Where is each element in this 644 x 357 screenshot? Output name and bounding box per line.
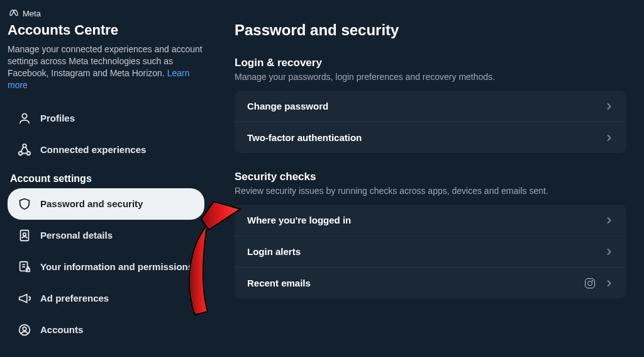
page-title: Password and security xyxy=(235,21,626,39)
chevron-right-icon xyxy=(604,101,614,111)
nav-connected-experiences[interactable]: Connected experiences xyxy=(8,134,204,166)
nav-accounts[interactable]: Accounts xyxy=(8,314,204,346)
row-login-alerts[interactable]: Login alerts xyxy=(235,235,626,267)
chevron-right-icon xyxy=(604,247,614,257)
card-security-checks: Where you're logged in Login alerts Rece… xyxy=(235,205,626,298)
group-subtitle: Manage your passwords, login preferences… xyxy=(235,72,626,82)
row-change-password[interactable]: Change password xyxy=(235,91,626,122)
nav-password-security[interactable]: Password and security xyxy=(8,188,204,220)
nav-profiles[interactable]: Profiles xyxy=(8,103,204,134)
row-label: Recent emails xyxy=(247,278,311,288)
nav-label: Accounts xyxy=(40,324,83,335)
chevron-right-icon xyxy=(604,278,614,288)
svg-point-9 xyxy=(23,327,26,331)
account-circle-icon xyxy=(18,323,31,337)
nav-primary: Profiles Connected experiences xyxy=(8,103,204,166)
group-login-recovery: Login & recovery Manage your passwords, … xyxy=(235,57,626,153)
brand-logo: Meta xyxy=(9,8,204,20)
nav-settings: Password and security Personal details Y… xyxy=(8,188,204,346)
person-icon xyxy=(18,111,31,125)
nav-label: Profiles xyxy=(40,113,75,123)
account-settings-heading: Account settings xyxy=(10,173,204,184)
svg-point-3 xyxy=(27,151,30,155)
nav-info-permissions[interactable]: Your information and permissions xyxy=(8,251,204,283)
row-label: Where you're logged in xyxy=(247,215,351,225)
sidebar: Meta Accounts Centre Manage your connect… xyxy=(0,0,211,357)
svg-point-0 xyxy=(22,113,26,118)
svg-point-2 xyxy=(19,151,22,155)
nav-label: Your information and permissions xyxy=(40,261,193,272)
nav-label: Ad preferences xyxy=(40,293,109,303)
group-title: Login & recovery xyxy=(235,57,626,69)
row-where-logged-in[interactable]: Where you're logged in xyxy=(235,205,626,235)
row-label: Change password xyxy=(247,101,328,111)
meta-icon xyxy=(9,8,19,20)
main-content: Password and security Login & recovery M… xyxy=(211,0,644,357)
brand-name: Meta xyxy=(23,9,41,18)
instagram-icon xyxy=(585,278,595,288)
chevron-right-icon xyxy=(604,133,614,143)
nav-personal-details[interactable]: Personal details xyxy=(8,220,204,251)
group-subtitle: Review security issues by running checks… xyxy=(235,186,626,196)
id-card-icon xyxy=(18,229,31,242)
row-label: Login alerts xyxy=(247,246,301,257)
megaphone-icon xyxy=(18,292,31,305)
nav-label: Password and security xyxy=(40,198,143,209)
nav-label: Personal details xyxy=(40,230,113,241)
nav-label: Connected experiences xyxy=(40,144,146,155)
svg-point-5 xyxy=(23,232,26,235)
shield-icon xyxy=(18,197,31,211)
card-login-recovery: Change password Two-factor authenticatio… xyxy=(235,91,626,153)
row-recent-emails[interactable]: Recent emails xyxy=(235,267,626,298)
svg-rect-7 xyxy=(26,268,30,271)
row-two-factor[interactable]: Two-factor authentication xyxy=(235,122,626,153)
group-security-checks: Security checks Review security issues b… xyxy=(235,171,626,298)
sidebar-title: Accounts Centre xyxy=(8,22,204,38)
nav-ad-preferences[interactable]: Ad preferences xyxy=(8,283,204,314)
document-lock-icon xyxy=(18,260,31,274)
nodes-icon xyxy=(18,143,31,157)
group-title: Security checks xyxy=(235,171,626,183)
chevron-right-icon xyxy=(604,215,614,225)
sidebar-description: Manage your connected experiences and ac… xyxy=(8,43,204,91)
row-label: Two-factor authentication xyxy=(247,132,362,143)
